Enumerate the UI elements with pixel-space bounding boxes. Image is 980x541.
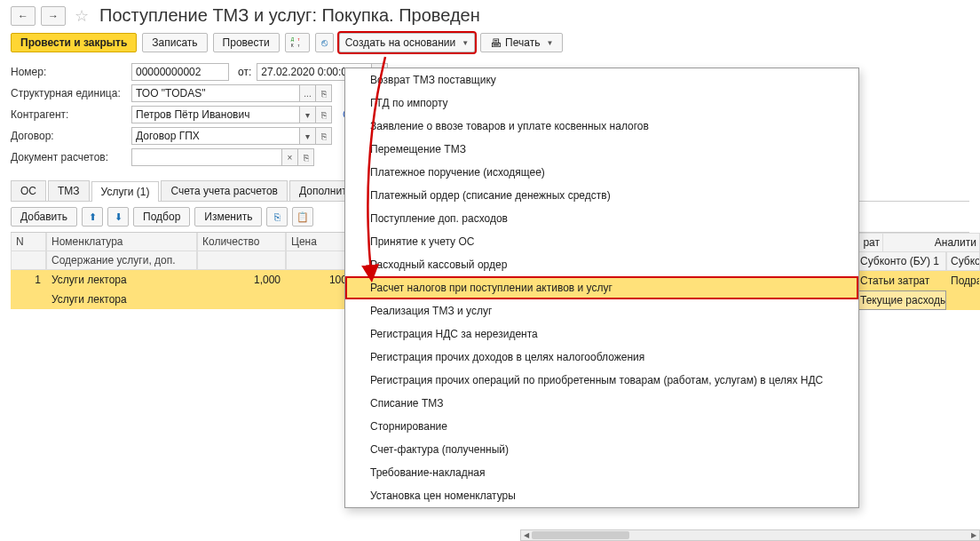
tab-os[interactable]: ОС xyxy=(11,180,46,201)
create-based-on-label: Создать на основании xyxy=(345,36,456,49)
cell-podra[interactable]: Подра xyxy=(946,271,980,290)
change-button[interactable]: Изменить xyxy=(194,207,262,227)
col-subconto-bu-1[interactable]: Субконто (БУ) 1 xyxy=(856,252,946,271)
menu-item[interactable]: Расчет налогов при поступлении активов и… xyxy=(345,276,858,299)
menu-item[interactable]: Реализация ТМЗ и услуг xyxy=(345,299,858,309)
move-down-button[interactable]: ⬇ xyxy=(107,207,129,227)
printer-icon: 🖶 xyxy=(490,36,502,50)
arrow-up-icon: ⬆ xyxy=(89,211,97,223)
print-button[interactable]: 🖶 Печать ▼ xyxy=(480,33,563,52)
post-and-close-button[interactable]: Провести и закрыть xyxy=(11,33,137,52)
structure-button[interactable]: ⎋ xyxy=(315,33,334,52)
contragent-label: Контрагент: xyxy=(11,108,126,121)
docrasch-label: Документ расчетов: xyxy=(11,151,126,163)
menu-item[interactable]: Возврат ТМЗ поставщику xyxy=(345,68,858,91)
print-label: Печать xyxy=(505,36,540,49)
create-based-on-menu: Возврат ТМЗ поставщикуГТД по импортуЗаяв… xyxy=(344,68,859,309)
org-field[interactable]: ТОО "TODAS" xyxy=(131,84,300,102)
contragent-field[interactable]: Петров Пётр Иванович xyxy=(131,106,300,123)
dr-cr-button[interactable]: ДтКт xyxy=(285,33,310,52)
tab-tmz[interactable]: ТМЗ xyxy=(48,180,90,201)
contract-field[interactable]: Договор ГПХ xyxy=(131,127,300,145)
contragent-open-button[interactable]: ⎘ xyxy=(316,106,332,123)
arrow-down-icon: ⬇ xyxy=(115,211,122,223)
nav-back-button[interactable]: ← xyxy=(11,6,36,26)
col-nomen[interactable]: Номенклатура xyxy=(46,233,197,251)
copy-icon: ⎘ xyxy=(274,211,281,222)
selection-button[interactable]: Подбор xyxy=(133,207,190,227)
tab-services[interactable]: Услуги (1) xyxy=(91,181,160,202)
col-qty[interactable]: Количество xyxy=(197,233,286,251)
right-columns-fragment: рат Аналити Субконто (БУ) 1 Субко Статьи… xyxy=(856,233,980,309)
cell-statyi-zatrat[interactable]: Статьи затрат xyxy=(856,271,946,290)
menu-item[interactable]: Платежное поручение (исходящее) xyxy=(345,161,858,184)
menu-item[interactable]: Заявление о ввозе товаров и уплате косве… xyxy=(345,115,858,138)
menu-item[interactable]: Расходный кассовый ордер xyxy=(345,253,858,276)
org-open-button[interactable]: ⎘ xyxy=(316,84,332,102)
menu-item[interactable]: Платежный ордер (списание денежных средс… xyxy=(345,184,858,207)
col-spend-suffix: рат xyxy=(856,233,882,252)
structure-icon: ⎋ xyxy=(321,36,328,49)
paste-icon: 📋 xyxy=(296,211,309,223)
cell-nomen[interactable]: Услуги лектора xyxy=(46,270,197,290)
arrow-left-icon: ← xyxy=(18,10,28,22)
chevron-down-icon: ▼ xyxy=(462,39,469,47)
number-field[interactable]: 00000000002 xyxy=(131,63,229,81)
favorite-star-icon[interactable]: ☆ xyxy=(71,6,92,26)
dtkt-icon: ДтКт xyxy=(291,37,304,48)
menu-item[interactable]: Перемещение ТМЗ xyxy=(345,138,858,161)
nav-forward-button[interactable]: → xyxy=(41,6,66,26)
number-label: Номер: xyxy=(11,66,126,78)
copy-button[interactable]: ⎘ xyxy=(266,207,288,227)
cell-qty[interactable]: 1,000 xyxy=(197,270,286,290)
create-based-on-button[interactable]: Создать на основании ▼ xyxy=(339,33,475,52)
contragent-dropdown-button[interactable]: ▾ xyxy=(300,106,316,123)
col-n[interactable]: N xyxy=(11,233,46,251)
menu-item[interactable]: Поступление доп. расходов xyxy=(345,207,858,230)
contract-label: Договор: xyxy=(11,130,126,142)
menu-item[interactable]: ГТД по импорту xyxy=(345,91,858,115)
add-row-button[interactable]: Добавить xyxy=(11,207,77,227)
tab-accounts[interactable]: Счета учета расчетов xyxy=(161,180,287,201)
paste-button[interactable]: 📋 xyxy=(292,207,313,227)
org-label: Структурная единица: xyxy=(11,87,126,99)
page-title: Поступление ТМЗ и услуг: Покупка. Провед… xyxy=(99,5,480,26)
col-n-sub xyxy=(11,251,46,270)
post-button[interactable]: Провести xyxy=(213,33,280,52)
record-button[interactable]: Записать xyxy=(142,33,207,52)
docrasch-clear-button[interactable]: × xyxy=(282,148,298,166)
from-label: от: xyxy=(238,66,251,78)
cell-n[interactable]: 1 xyxy=(11,270,46,290)
org-more-button[interactable]: ... xyxy=(300,84,316,102)
menu-item[interactable]: Принятие к учету ОС xyxy=(345,230,858,253)
col-subconto-2[interactable]: Субко xyxy=(946,252,980,271)
chevron-down-icon: ▼ xyxy=(546,39,553,47)
table-row[interactable]: Статьи затрат Подра xyxy=(856,271,980,290)
cell-expenses[interactable]: Текущие расходы xyxy=(856,290,946,309)
col-content[interactable]: Содержание услуги, доп. xyxy=(46,251,197,270)
docrasch-field[interactable] xyxy=(131,148,282,166)
arrow-right-icon: → xyxy=(48,10,59,22)
contract-dropdown-button[interactable]: ▾ xyxy=(300,127,316,145)
contract-open-button[interactable]: ⎘ xyxy=(316,127,332,145)
docrasch-open-button[interactable]: ⎘ xyxy=(298,148,314,166)
cell-content[interactable]: Услуги лектора xyxy=(46,290,197,309)
move-up-button[interactable]: ⬆ xyxy=(82,207,103,227)
col-analytics[interactable]: Аналити xyxy=(882,233,980,252)
table-row[interactable]: Текущие расходы xyxy=(856,290,980,309)
